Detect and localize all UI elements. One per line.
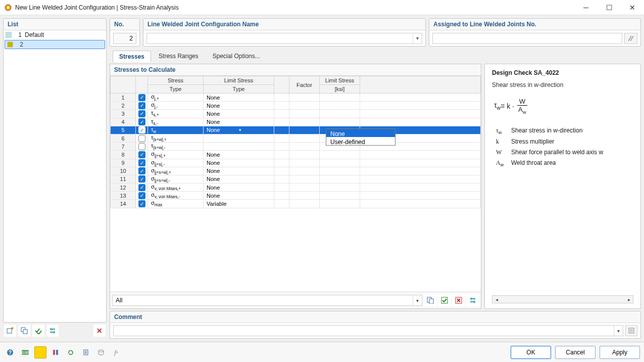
limit-type-cell[interactable]: None — [204, 184, 274, 192]
apply-button[interactable]: Apply — [600, 346, 640, 359]
stress-type-cell[interactable]: σ|j+s+w|,+ — [148, 167, 204, 175]
stress-type-cell[interactable]: σ|j+s|,+ — [148, 151, 204, 159]
function-button[interactable]: fx — [110, 346, 122, 358]
list-item[interactable]: 2 — [5, 40, 105, 49]
check-selected-button[interactable] — [438, 294, 451, 306]
limit-type-cell[interactable]: Variable — [204, 200, 274, 208]
tab-stresses[interactable]: Stresses — [113, 51, 151, 62]
table-row[interactable]: 12 ✓ σv, von Mises,+ None — [111, 184, 481, 192]
cancel-button[interactable]: Cancel — [555, 346, 596, 359]
factor-cell[interactable] — [289, 184, 320, 192]
table-row[interactable]: 9 ✓ σ|j+s|,- None — [111, 159, 481, 167]
row-checkbox[interactable]: ✓ — [138, 192, 145, 199]
col-limit-value[interactable]: Limit Stress — [320, 76, 360, 85]
limit-value-cell[interactable] — [320, 159, 360, 167]
row-checkbox[interactable]: ✓ — [138, 175, 145, 183]
config-list[interactable]: 1 Default 2 — [4, 30, 106, 322]
factor-cell[interactable] — [289, 143, 320, 151]
chevron-down-icon[interactable]: ▾ — [413, 33, 422, 43]
comment-combo[interactable]: ▾ — [113, 325, 623, 336]
database-button[interactable] — [95, 346, 107, 358]
limit-type-cell[interactable]: None — [204, 167, 274, 175]
row-checkbox[interactable]: ✓ — [138, 184, 145, 191]
row-checkbox[interactable]: ✓ — [138, 126, 145, 133]
pick-joints-button[interactable] — [624, 33, 637, 44]
row-checkbox[interactable]: ✓ — [138, 110, 145, 117]
export-button[interactable] — [80, 346, 92, 358]
table-row[interactable]: 8 ✓ σ|j+s|,+ None — [111, 151, 481, 159]
limit-type-cell-combo[interactable]: None▾ — [207, 126, 271, 134]
row-checkbox[interactable]: ✓ — [138, 118, 145, 125]
limit-type-cell[interactable] — [204, 134, 274, 142]
factor-cell[interactable] — [289, 175, 320, 183]
row-checkbox[interactable]: ✓ — [138, 200, 145, 207]
factor-cell[interactable] — [289, 200, 320, 208]
stress-type-cell[interactable]: σj,+ — [148, 94, 204, 102]
table-row[interactable]: 1 ✓ σj,+ None — [111, 94, 481, 102]
table-row[interactable]: 14 ✓ σmax Variable — [111, 200, 481, 208]
minimize-button[interactable]: ─ — [574, 0, 598, 15]
factor-cell[interactable] — [289, 192, 320, 200]
limit-type-cell[interactable]: None — [204, 175, 274, 183]
dropdown-item[interactable]: None — [326, 129, 395, 137]
row-checkbox[interactable]: ✓ — [138, 102, 145, 109]
stress-type-cell[interactable]: τw — [148, 126, 204, 134]
row-checkbox[interactable]: ✓ — [138, 151, 145, 158]
units-button[interactable]: 0.00 — [19, 346, 31, 358]
delete-config-button[interactable]: ✕ — [93, 325, 106, 337]
stress-type-cell[interactable]: τs,+ — [148, 110, 204, 118]
factor-cell[interactable] — [289, 167, 320, 175]
table-row[interactable]: 10 ✓ σ|j+s+w|,+ None — [111, 167, 481, 175]
comment-input[interactable] — [114, 327, 614, 334]
stress-type-cell[interactable]: σv, von Mises,- — [148, 192, 204, 200]
row-checkbox[interactable] — [138, 135, 145, 142]
limit-type-cell[interactable]: None▾ — [204, 126, 274, 134]
table-row[interactable]: 13 ✓ σv, von Mises,- None — [111, 192, 481, 200]
config-name-combo[interactable]: ▾ — [146, 33, 422, 44]
filter-combo[interactable]: ▾ — [112, 295, 422, 306]
limit-type-cell[interactable]: None — [204, 110, 274, 118]
stress-type-cell[interactable]: τs,- — [148, 118, 204, 126]
scroll-right-icon[interactable]: ▸ — [625, 297, 633, 302]
table-row[interactable]: 5 ✓ τw None▾ — [111, 126, 481, 134]
row-checkbox[interactable] — [138, 143, 145, 150]
limit-value-cell[interactable] — [320, 118, 360, 126]
limit-value-cell[interactable] — [320, 184, 360, 192]
row-checkbox[interactable]: ✓ — [138, 159, 145, 166]
structure-view-button[interactable] — [49, 346, 62, 358]
tab-special-options-[interactable]: Special Options... — [206, 50, 267, 62]
limit-type-cell[interactable]: None — [204, 102, 274, 110]
maximize-button[interactable]: ☐ — [598, 0, 621, 15]
stress-type-cell[interactable]: σmax — [148, 200, 204, 208]
stress-type-cell[interactable]: τ|s+w|,+ — [148, 134, 204, 142]
color-button[interactable] — [34, 346, 46, 358]
table-row[interactable]: 2 ✓ σj,- None — [111, 102, 481, 110]
toggle-checks-button[interactable] — [46, 325, 59, 337]
ok-button[interactable]: OK — [511, 346, 551, 359]
limit-type-cell[interactable]: None — [204, 118, 274, 126]
limit-type-cell[interactable]: None — [204, 192, 274, 200]
scroll-left-icon[interactable]: ◂ — [492, 297, 501, 302]
stress-type-cell[interactable]: σ|j+s|,- — [148, 159, 204, 167]
table-row[interactable]: 4 ✓ τs,- None — [111, 118, 481, 126]
limit-value-cell[interactable] — [320, 192, 360, 200]
factor-cell[interactable] — [289, 94, 320, 102]
factor-cell[interactable] — [289, 126, 320, 134]
factor-cell[interactable] — [289, 151, 320, 159]
comment-library-button[interactable] — [625, 325, 637, 336]
stress-type-cell[interactable]: σv, von Mises,+ — [148, 184, 204, 192]
limit-value-cell[interactable] — [320, 94, 360, 102]
limit-value-cell[interactable] — [320, 102, 360, 110]
limit-type-cell[interactable] — [204, 143, 274, 151]
assigned-input[interactable] — [432, 33, 622, 44]
no-input[interactable] — [113, 33, 136, 44]
chevron-down-icon[interactable]: ▾ — [413, 295, 422, 305]
factor-cell[interactable] — [289, 110, 320, 118]
col-factor[interactable]: Factor — [289, 76, 320, 94]
row-checkbox[interactable]: ✓ — [138, 167, 145, 174]
limit-value-cell[interactable] — [320, 200, 360, 208]
limit-value-cell[interactable] — [320, 151, 360, 159]
limit-type-cell[interactable]: None — [204, 94, 274, 102]
factor-cell[interactable] — [289, 102, 320, 110]
chevron-down-icon[interactable]: ▾ — [614, 326, 623, 336]
